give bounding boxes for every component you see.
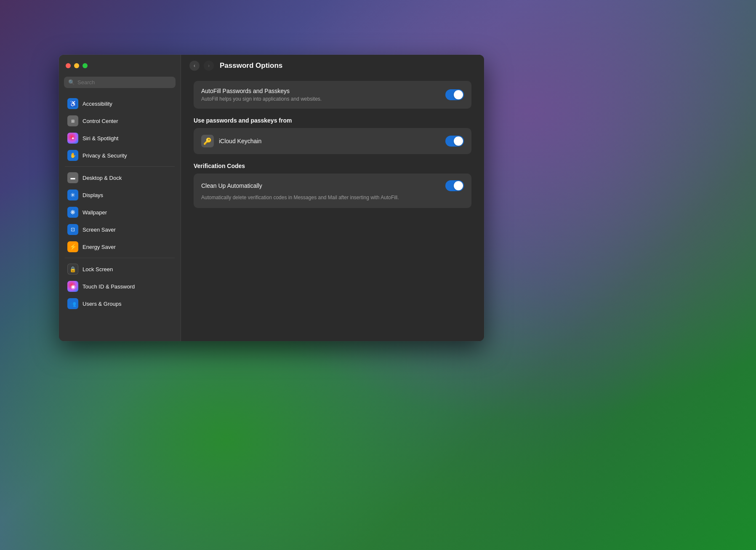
cleanup-title: Clean Up Automatically	[201, 182, 262, 189]
energy-saver-icon: ⚡	[67, 241, 78, 252]
sidebar-item-desktop-dock[interactable]: ▬ Desktop & Dock	[61, 169, 178, 186]
touch-id-password-icon: ◉	[67, 281, 78, 292]
displays-icon: ✳	[67, 190, 78, 200]
sidebar-item-control-center[interactable]: ⊞ Control Center	[61, 112, 178, 129]
sidebar-item-label: Energy Saver	[83, 244, 116, 250]
accessibility-icon: ♿	[67, 98, 78, 109]
sidebar-item-label: Displays	[83, 192, 103, 198]
sidebar-item-wallpaper[interactable]: ❋ Wallpaper	[61, 204, 178, 221]
sidebar-item-label: Accessibility	[83, 101, 112, 107]
minimize-button[interactable]	[74, 63, 79, 68]
cleanup-description: Automatically delete verification codes …	[201, 194, 464, 201]
sidebar-item-label: Touch ID & Password	[83, 283, 135, 290]
autofill-title: AutoFill Passwords and Passkeys	[201, 88, 322, 94]
verification-codes-heading: Verification Codes	[194, 163, 471, 169]
lock-screen-icon: 🔒	[67, 264, 78, 275]
sidebar-item-siri-spotlight[interactable]: ✦ Siri & Spotlight	[61, 130, 178, 147]
sidebar-list: ♿ Accessibility ⊞ Control Center ✦ Siri …	[59, 93, 181, 341]
page-title: Password Options	[220, 61, 282, 70]
search-input[interactable]	[77, 79, 171, 85]
sidebar-item-label: Privacy & Security	[83, 152, 127, 159]
privacy-security-icon: ✋	[67, 150, 78, 161]
autofill-toggle[interactable]	[445, 89, 464, 100]
search-icon: 🔍	[68, 79, 75, 85]
sidebar-item-label: Siri & Spotlight	[83, 135, 118, 142]
sidebar-item-displays[interactable]: ✳ Displays	[61, 187, 178, 203]
sidebar: 🔍 ♿ Accessibility ⊞ Control Center ✦ Sir…	[59, 55, 181, 341]
icloud-keychain-label: iCloud Keychain	[219, 138, 261, 144]
sidebar-item-touch-id-password[interactable]: ◉ Touch ID & Password	[61, 278, 178, 295]
forward-button[interactable]: ›	[204, 61, 214, 71]
autofill-toggle-thumb	[454, 90, 463, 99]
icloud-keychain-toggle[interactable]	[445, 136, 464, 147]
autofill-card: AutoFill Passwords and Passkeys AutoFill…	[194, 81, 471, 109]
icloud-keychain-info: 🔑 iCloud Keychain	[201, 135, 261, 147]
sidebar-item-label: Screen Saver	[83, 227, 116, 233]
sidebar-item-lock-screen[interactable]: 🔒 Lock Screen	[61, 261, 178, 278]
desktop-dock-icon: ▬	[67, 172, 78, 183]
cleanup-row: Clean Up Automatically	[201, 180, 464, 191]
main-content: ‹ › Password Options AutoFill Passwords …	[181, 55, 484, 341]
content-header: ‹ › Password Options	[181, 55, 484, 77]
cleanup-toggle[interactable]	[445, 180, 464, 191]
keychain-icon: 🔑	[201, 135, 214, 147]
sidebar-item-energy-saver[interactable]: ⚡ Energy Saver	[61, 238, 178, 255]
icloud-keychain-row: 🔑 iCloud Keychain	[201, 135, 464, 147]
autofill-subtitle: AutoFill helps you sign into application…	[201, 96, 322, 102]
titlebar	[59, 55, 181, 77]
users-groups-icon: 👥	[67, 298, 78, 309]
system-preferences-window: 🔍 ♿ Accessibility ⊞ Control Center ✦ Sir…	[59, 55, 484, 341]
siri-spotlight-icon: ✦	[67, 133, 78, 144]
sidebar-divider-2	[65, 258, 175, 258]
autofill-text-group: AutoFill Passwords and Passkeys AutoFill…	[201, 88, 322, 102]
sidebar-item-label: Desktop & Dock	[83, 175, 122, 181]
icloud-keychain-toggle-thumb	[454, 136, 463, 146]
maximize-button[interactable]	[83, 63, 88, 68]
autofill-row: AutoFill Passwords and Passkeys AutoFill…	[201, 88, 464, 102]
sidebar-item-label: Wallpaper	[83, 209, 107, 216]
search-bar[interactable]: 🔍	[64, 77, 176, 88]
sidebar-item-label: Users & Groups	[83, 301, 121, 307]
back-button[interactable]: ‹	[189, 61, 200, 71]
control-center-icon: ⊞	[67, 115, 78, 126]
back-arrow-icon: ‹	[194, 63, 195, 69]
sidebar-item-label: Control Center	[83, 118, 118, 124]
sidebar-divider-1	[65, 166, 175, 167]
sidebar-item-accessibility[interactable]: ♿ Accessibility	[61, 95, 178, 112]
sidebar-item-privacy-security[interactable]: ✋ Privacy & Security	[61, 147, 178, 164]
wallpaper-icon: ❋	[67, 207, 78, 218]
cleanup-toggle-thumb	[454, 181, 463, 190]
content-body: AutoFill Passwords and Passkeys AutoFill…	[181, 77, 484, 341]
use-passwords-heading: Use passwords and passkeys from	[194, 117, 471, 124]
sidebar-item-users-groups[interactable]: 👥 Users & Groups	[61, 295, 178, 312]
sidebar-item-screen-saver[interactable]: ⊡ Screen Saver	[61, 221, 178, 238]
cleanup-card: Clean Up Automatically Automatically del…	[194, 174, 471, 208]
sidebar-item-label: Lock Screen	[83, 266, 113, 272]
close-button[interactable]	[66, 63, 71, 68]
icloud-keychain-card: 🔑 iCloud Keychain	[194, 128, 471, 154]
screen-saver-icon: ⊡	[67, 224, 78, 235]
forward-arrow-icon: ›	[208, 63, 210, 69]
